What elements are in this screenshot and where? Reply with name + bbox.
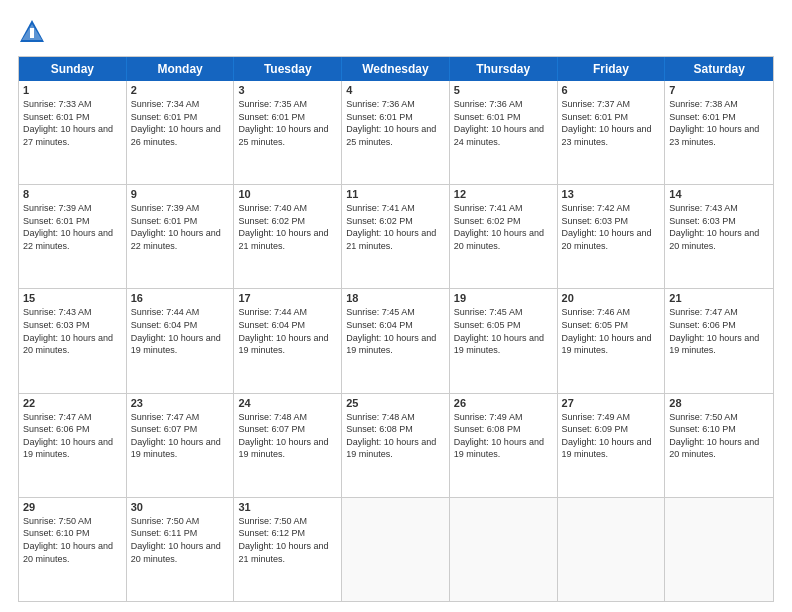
day-info: Sunrise: 7:45 AM Sunset: 6:04 PM Dayligh… [346, 306, 445, 356]
day-number: 3 [238, 84, 337, 96]
calendar: SundayMondayTuesdayWednesdayThursdayFrid… [18, 56, 774, 602]
header-cell-friday: Friday [558, 57, 666, 81]
day-number: 8 [23, 188, 122, 200]
logo-icon [18, 18, 46, 46]
header [18, 18, 774, 46]
day-info: Sunrise: 7:50 AM Sunset: 6:12 PM Dayligh… [238, 515, 337, 565]
day-number: 16 [131, 292, 230, 304]
day-info: Sunrise: 7:35 AM Sunset: 6:01 PM Dayligh… [238, 98, 337, 148]
day-cell-11: 11Sunrise: 7:41 AM Sunset: 6:02 PM Dayli… [342, 185, 450, 288]
day-cell-8: 8Sunrise: 7:39 AM Sunset: 6:01 PM Daylig… [19, 185, 127, 288]
day-info: Sunrise: 7:44 AM Sunset: 6:04 PM Dayligh… [131, 306, 230, 356]
day-cell-17: 17Sunrise: 7:44 AM Sunset: 6:04 PM Dayli… [234, 289, 342, 392]
day-cell-7: 7Sunrise: 7:38 AM Sunset: 6:01 PM Daylig… [665, 81, 773, 184]
day-number: 23 [131, 397, 230, 409]
day-number: 28 [669, 397, 769, 409]
day-info: Sunrise: 7:45 AM Sunset: 6:05 PM Dayligh… [454, 306, 553, 356]
day-cell-10: 10Sunrise: 7:40 AM Sunset: 6:02 PM Dayli… [234, 185, 342, 288]
day-cell-6: 6Sunrise: 7:37 AM Sunset: 6:01 PM Daylig… [558, 81, 666, 184]
day-info: Sunrise: 7:41 AM Sunset: 6:02 PM Dayligh… [454, 202, 553, 252]
day-number: 11 [346, 188, 445, 200]
day-info: Sunrise: 7:47 AM Sunset: 6:06 PM Dayligh… [23, 411, 122, 461]
calendar-body: 1Sunrise: 7:33 AM Sunset: 6:01 PM Daylig… [19, 81, 773, 601]
day-cell-4: 4Sunrise: 7:36 AM Sunset: 6:01 PM Daylig… [342, 81, 450, 184]
empty-cell [342, 498, 450, 601]
day-number: 29 [23, 501, 122, 513]
empty-cell [450, 498, 558, 601]
day-number: 30 [131, 501, 230, 513]
empty-cell [558, 498, 666, 601]
day-cell-28: 28Sunrise: 7:50 AM Sunset: 6:10 PM Dayli… [665, 394, 773, 497]
svg-rect-2 [30, 28, 34, 38]
day-info: Sunrise: 7:50 AM Sunset: 6:10 PM Dayligh… [669, 411, 769, 461]
day-cell-21: 21Sunrise: 7:47 AM Sunset: 6:06 PM Dayli… [665, 289, 773, 392]
cal-row-1: 1Sunrise: 7:33 AM Sunset: 6:01 PM Daylig… [19, 81, 773, 184]
header-cell-saturday: Saturday [665, 57, 773, 81]
day-info: Sunrise: 7:40 AM Sunset: 6:02 PM Dayligh… [238, 202, 337, 252]
day-info: Sunrise: 7:41 AM Sunset: 6:02 PM Dayligh… [346, 202, 445, 252]
day-info: Sunrise: 7:42 AM Sunset: 6:03 PM Dayligh… [562, 202, 661, 252]
day-cell-26: 26Sunrise: 7:49 AM Sunset: 6:08 PM Dayli… [450, 394, 558, 497]
day-info: Sunrise: 7:50 AM Sunset: 6:10 PM Dayligh… [23, 515, 122, 565]
day-cell-13: 13Sunrise: 7:42 AM Sunset: 6:03 PM Dayli… [558, 185, 666, 288]
day-cell-15: 15Sunrise: 7:43 AM Sunset: 6:03 PM Dayli… [19, 289, 127, 392]
day-cell-16: 16Sunrise: 7:44 AM Sunset: 6:04 PM Dayli… [127, 289, 235, 392]
day-cell-14: 14Sunrise: 7:43 AM Sunset: 6:03 PM Dayli… [665, 185, 773, 288]
day-cell-3: 3Sunrise: 7:35 AM Sunset: 6:01 PM Daylig… [234, 81, 342, 184]
day-cell-31: 31Sunrise: 7:50 AM Sunset: 6:12 PM Dayli… [234, 498, 342, 601]
page: SundayMondayTuesdayWednesdayThursdayFrid… [0, 0, 792, 612]
header-cell-sunday: Sunday [19, 57, 127, 81]
day-info: Sunrise: 7:48 AM Sunset: 6:07 PM Dayligh… [238, 411, 337, 461]
day-number: 7 [669, 84, 769, 96]
day-number: 25 [346, 397, 445, 409]
day-info: Sunrise: 7:46 AM Sunset: 6:05 PM Dayligh… [562, 306, 661, 356]
empty-cell [665, 498, 773, 601]
day-cell-22: 22Sunrise: 7:47 AM Sunset: 6:06 PM Dayli… [19, 394, 127, 497]
header-cell-thursday: Thursday [450, 57, 558, 81]
day-cell-19: 19Sunrise: 7:45 AM Sunset: 6:05 PM Dayli… [450, 289, 558, 392]
day-number: 20 [562, 292, 661, 304]
day-cell-12: 12Sunrise: 7:41 AM Sunset: 6:02 PM Dayli… [450, 185, 558, 288]
day-cell-5: 5Sunrise: 7:36 AM Sunset: 6:01 PM Daylig… [450, 81, 558, 184]
day-number: 4 [346, 84, 445, 96]
day-cell-25: 25Sunrise: 7:48 AM Sunset: 6:08 PM Dayli… [342, 394, 450, 497]
day-number: 19 [454, 292, 553, 304]
calendar-header: SundayMondayTuesdayWednesdayThursdayFrid… [19, 57, 773, 81]
day-info: Sunrise: 7:48 AM Sunset: 6:08 PM Dayligh… [346, 411, 445, 461]
day-info: Sunrise: 7:38 AM Sunset: 6:01 PM Dayligh… [669, 98, 769, 148]
logo [18, 18, 50, 46]
day-number: 6 [562, 84, 661, 96]
day-info: Sunrise: 7:36 AM Sunset: 6:01 PM Dayligh… [454, 98, 553, 148]
header-cell-wednesday: Wednesday [342, 57, 450, 81]
day-cell-18: 18Sunrise: 7:45 AM Sunset: 6:04 PM Dayli… [342, 289, 450, 392]
day-number: 14 [669, 188, 769, 200]
day-number: 13 [562, 188, 661, 200]
day-number: 21 [669, 292, 769, 304]
day-number: 27 [562, 397, 661, 409]
day-info: Sunrise: 7:36 AM Sunset: 6:01 PM Dayligh… [346, 98, 445, 148]
day-number: 15 [23, 292, 122, 304]
day-info: Sunrise: 7:37 AM Sunset: 6:01 PM Dayligh… [562, 98, 661, 148]
cal-row-4: 22Sunrise: 7:47 AM Sunset: 6:06 PM Dayli… [19, 393, 773, 497]
header-cell-monday: Monday [127, 57, 235, 81]
day-info: Sunrise: 7:49 AM Sunset: 6:09 PM Dayligh… [562, 411, 661, 461]
day-cell-2: 2Sunrise: 7:34 AM Sunset: 6:01 PM Daylig… [127, 81, 235, 184]
cal-row-2: 8Sunrise: 7:39 AM Sunset: 6:01 PM Daylig… [19, 184, 773, 288]
day-cell-24: 24Sunrise: 7:48 AM Sunset: 6:07 PM Dayli… [234, 394, 342, 497]
day-number: 31 [238, 501, 337, 513]
day-number: 12 [454, 188, 553, 200]
day-info: Sunrise: 7:47 AM Sunset: 6:06 PM Dayligh… [669, 306, 769, 356]
day-cell-20: 20Sunrise: 7:46 AM Sunset: 6:05 PM Dayli… [558, 289, 666, 392]
day-info: Sunrise: 7:39 AM Sunset: 6:01 PM Dayligh… [131, 202, 230, 252]
day-number: 10 [238, 188, 337, 200]
day-info: Sunrise: 7:47 AM Sunset: 6:07 PM Dayligh… [131, 411, 230, 461]
day-number: 26 [454, 397, 553, 409]
day-info: Sunrise: 7:39 AM Sunset: 6:01 PM Dayligh… [23, 202, 122, 252]
day-info: Sunrise: 7:44 AM Sunset: 6:04 PM Dayligh… [238, 306, 337, 356]
day-number: 1 [23, 84, 122, 96]
header-cell-tuesday: Tuesday [234, 57, 342, 81]
cal-row-5: 29Sunrise: 7:50 AM Sunset: 6:10 PM Dayli… [19, 497, 773, 601]
day-cell-27: 27Sunrise: 7:49 AM Sunset: 6:09 PM Dayli… [558, 394, 666, 497]
day-info: Sunrise: 7:33 AM Sunset: 6:01 PM Dayligh… [23, 98, 122, 148]
day-cell-23: 23Sunrise: 7:47 AM Sunset: 6:07 PM Dayli… [127, 394, 235, 497]
